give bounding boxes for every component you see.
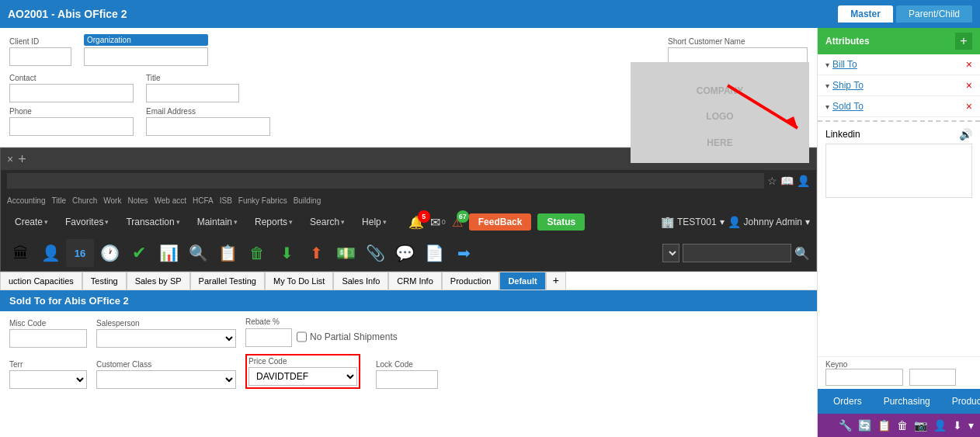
bill-to-close[interactable]: ×: [966, 58, 972, 71]
address-url-input[interactable]: http://mastertest.mysojtante2.com/SoldTo…: [7, 173, 764, 189]
tab-master[interactable]: Master: [838, 5, 893, 23]
alert-badge[interactable]: ⚠ 67: [452, 215, 463, 230]
camera-icon[interactable]: 📷: [914, 419, 927, 432]
expand-tool-icon[interactable]: ▾: [968, 419, 974, 432]
action-check[interactable]: ✔: [125, 239, 153, 267]
bell-badge[interactable]: 🔔 5: [408, 215, 424, 230]
nav-maintain[interactable]: Maintain ▾: [189, 213, 245, 231]
price-code-select[interactable]: B-CDAVIDTDEF: [248, 367, 357, 386]
action-search[interactable]: 🔍: [184, 239, 212, 267]
action-clock[interactable]: 🕐: [96, 239, 123, 267]
action-doc[interactable]: 📄: [420, 239, 448, 267]
reader-icon[interactable]: 📖: [780, 175, 794, 187]
purchasing-button[interactable]: Purchasing: [874, 394, 940, 409]
customer-class-select[interactable]: [96, 370, 236, 389]
action-building[interactable]: 🏛: [7, 239, 35, 267]
user-avatar-icon[interactable]: 👤: [797, 175, 810, 187]
org-input[interactable]: Abis OFfice 2: [84, 47, 208, 66]
tab-add[interactable]: +: [546, 272, 566, 290]
bookmark-hcfa[interactable]: HCFA: [193, 196, 214, 205]
bookmark-accounting[interactable]: Accounting: [7, 196, 45, 205]
feedback-button[interactable]: FeedBack: [469, 213, 532, 231]
tab-parallel-testing[interactable]: Parallel Testing: [190, 272, 265, 290]
action-trash[interactable]: 🗑: [243, 239, 271, 267]
misc-code-input[interactable]: [9, 329, 87, 348]
production-button[interactable]: Production: [943, 394, 980, 409]
action-msg[interactable]: 💬: [391, 239, 419, 267]
action-up[interactable]: ⬆: [302, 239, 330, 267]
bookmark-notes[interactable]: Notes: [127, 196, 148, 205]
salesperson-select[interactable]: [96, 329, 236, 348]
bill-to-label[interactable]: Bill To: [832, 59, 857, 70]
nav-reports[interactable]: Reports ▾: [247, 213, 301, 231]
logo-line3: HERE: [707, 137, 732, 148]
ship-to-label[interactable]: Ship To: [832, 80, 864, 91]
nav-transaction-chevron: ▾: [176, 218, 180, 226]
orders-button[interactable]: Orders: [824, 394, 871, 409]
action-badge16[interactable]: 16: [66, 239, 94, 267]
wrench-icon[interactable]: 🔧: [839, 419, 852, 432]
lock-code-input[interactable]: [376, 370, 438, 389]
bookmark-church[interactable]: Church: [72, 196, 97, 205]
action-dollar[interactable]: 💵: [332, 239, 360, 267]
keyno-input-1[interactable]: A9923DA0EE2: [825, 369, 903, 386]
nav-transaction[interactable]: Transaction ▾: [118, 213, 187, 231]
tab-my-todo[interactable]: My To Do List: [265, 272, 333, 290]
nav-reports-label: Reports: [255, 217, 287, 227]
bookmark-isb[interactable]: ISB: [220, 196, 232, 205]
tab-production-capacities[interactable]: uction Capacities: [0, 272, 82, 290]
rebate-input[interactable]: 0.00: [245, 328, 292, 347]
no-partial-checkbox[interactable]: [297, 328, 307, 346]
trash-tool-icon[interactable]: 🗑: [897, 419, 908, 432]
nav-create[interactable]: Create ▾: [7, 213, 56, 231]
tab-sales-info[interactable]: Sales Info: [333, 272, 388, 290]
action-clip[interactable]: 📎: [361, 239, 389, 267]
nav-help[interactable]: Help ▾: [354, 213, 394, 231]
title-input[interactable]: [146, 84, 239, 102]
bookmark-building[interactable]: Building: [294, 196, 321, 205]
alert-count: 67: [457, 210, 469, 223]
sound-icon[interactable]: 🔊: [959, 128, 972, 140]
action-arrow[interactable]: ➡: [450, 239, 478, 267]
copy-icon[interactable]: 📋: [877, 419, 891, 432]
sold-to-attr-label[interactable]: Sold To: [832, 101, 864, 112]
keyno-input-2[interactable]: 41543: [909, 369, 956, 386]
search-type-select[interactable]: [662, 244, 679, 262]
bookmark-star-icon[interactable]: ☆: [767, 175, 777, 187]
bookmark-work[interactable]: Work: [103, 196, 121, 205]
nav-search[interactable]: Search ▾: [302, 213, 353, 231]
download-tool-icon[interactable]: ⬇: [953, 419, 962, 432]
action-table[interactable]: 📊: [155, 239, 182, 267]
bookmark-webacct[interactable]: Web acct: [155, 196, 187, 205]
user-tool-icon[interactable]: 👤: [933, 419, 947, 432]
tab-testing[interactable]: Testing: [82, 272, 127, 290]
action-down[interactable]: ⬇: [273, 239, 301, 267]
tab-default[interactable]: Default: [499, 272, 545, 290]
ship-to-close[interactable]: ×: [966, 79, 972, 92]
search-icon[interactable]: 🔍: [794, 246, 810, 261]
email-input[interactable]: [146, 117, 270, 136]
refresh-icon[interactable]: 🔄: [858, 419, 871, 432]
right-sidebar: Attributes + ▾ Bill To × ▾ Ship To ×: [817, 28, 980, 437]
sold-to-close[interactable]: ×: [966, 100, 972, 113]
mail-badge[interactable]: ✉ 0: [430, 215, 446, 230]
action-list[interactable]: 📋: [214, 239, 242, 267]
tab-crm-info[interactable]: CRM Info: [388, 272, 441, 290]
terr-select[interactable]: [9, 370, 87, 389]
tab-production[interactable]: Production: [442, 272, 500, 290]
client-id-input[interactable]: AO2001: [9, 47, 71, 66]
contact-input[interactable]: [9, 84, 134, 102]
browser-tab-add[interactable]: +: [18, 151, 26, 168]
action-person[interactable]: 👤: [36, 239, 64, 267]
phone-input[interactable]: [9, 117, 134, 136]
nav-favorites[interactable]: Favorites ▾: [57, 213, 116, 231]
browser-tab-close[interactable]: ×: [7, 153, 13, 165]
tab-sales-by-sp[interactable]: Sales by SP: [127, 272, 190, 290]
tab-parent-child[interactable]: Parent/Child: [896, 5, 972, 23]
bookmark-title[interactable]: Title: [51, 196, 66, 205]
linkedin-input[interactable]: [825, 144, 972, 198]
status-button[interactable]: Status: [537, 213, 585, 231]
search-input[interactable]: [683, 244, 791, 262]
bookmark-funky[interactable]: Funky Fabrics: [238, 196, 287, 205]
attributes-add-button[interactable]: +: [955, 33, 972, 50]
